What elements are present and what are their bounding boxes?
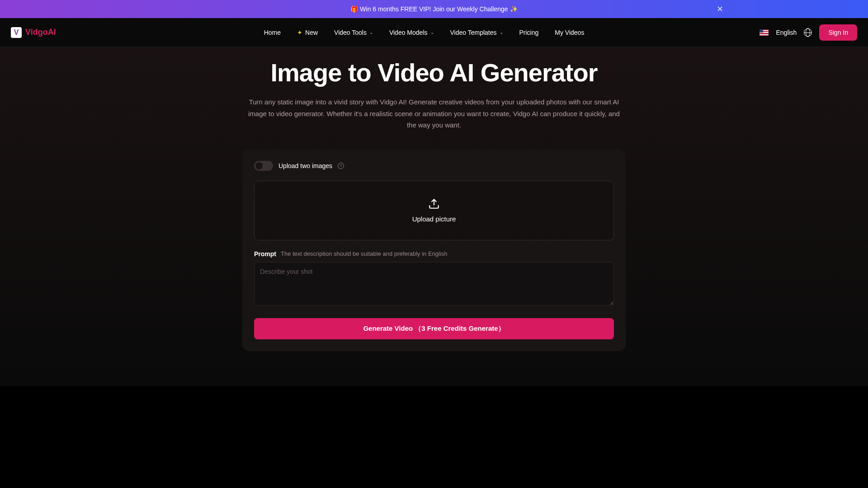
nav-pricing[interactable]: Pricing bbox=[519, 29, 539, 36]
chevron-down-icon: ⌄ bbox=[430, 30, 434, 35]
promo-banner[interactable]: 🎁 Win 6 months FREE VIP! Join our Weekly… bbox=[0, 0, 868, 18]
nav-my-videos[interactable]: My Videos bbox=[555, 29, 584, 36]
toggle-label: Upload two images bbox=[278, 162, 332, 169]
logo[interactable]: V VidgoAI bbox=[11, 27, 56, 38]
help-icon[interactable]: ? bbox=[338, 163, 344, 169]
language-selector[interactable]: English bbox=[776, 29, 797, 36]
globe-icon[interactable] bbox=[804, 28, 812, 37]
generator-card: Upload two images ? Upload picture Promp… bbox=[242, 149, 626, 351]
page-title: Image to Video AI Generator bbox=[0, 58, 868, 87]
header: V VidgoAI Home ✦ New Video Tools ⌄ Video… bbox=[0, 18, 868, 47]
flag-icon bbox=[760, 29, 769, 36]
sparkle-icon: ✦ bbox=[297, 29, 302, 36]
signin-button[interactable]: Sign In bbox=[819, 24, 857, 41]
banner-text: 🎁 Win 6 months FREE VIP! Join our Weekly… bbox=[350, 5, 517, 13]
generate-button[interactable]: Generate Video （3 Free Credits Generate） bbox=[254, 318, 614, 339]
nav-video-models[interactable]: Video Models ⌄ bbox=[389, 29, 434, 36]
chevron-down-icon: ⌄ bbox=[500, 30, 503, 35]
prompt-label: Prompt bbox=[254, 250, 276, 258]
upload-text: Upload picture bbox=[412, 215, 456, 223]
nav-video-tools[interactable]: Video Tools ⌄ bbox=[334, 29, 373, 36]
prompt-label-row: Prompt The text description should be su… bbox=[254, 250, 614, 258]
upload-two-toggle[interactable] bbox=[254, 161, 273, 171]
prompt-input[interactable] bbox=[254, 262, 614, 305]
upload-icon bbox=[428, 198, 440, 210]
main-nav: Home ✦ New Video Tools ⌄ Video Models ⌄ … bbox=[264, 29, 585, 36]
nav-video-templates[interactable]: Video Templates ⌄ bbox=[450, 29, 503, 36]
chevron-down-icon: ⌄ bbox=[369, 30, 373, 35]
footer-space bbox=[0, 386, 868, 488]
nav-home[interactable]: Home bbox=[264, 29, 281, 36]
close-icon[interactable]: ✕ bbox=[717, 4, 723, 14]
prompt-hint: The text description should be suitable … bbox=[281, 250, 448, 257]
logo-text: VidgoAI bbox=[25, 28, 56, 37]
nav-new[interactable]: ✦ New bbox=[297, 29, 318, 36]
page-subtitle: Turn any static image into a vivid story… bbox=[244, 96, 624, 131]
logo-icon: V bbox=[11, 27, 22, 38]
main-content: Image to Video AI Generator Turn any sta… bbox=[0, 47, 868, 386]
toggle-row: Upload two images ? bbox=[254, 161, 614, 171]
upload-zone[interactable]: Upload picture bbox=[254, 181, 614, 240]
header-right: English Sign In bbox=[760, 24, 857, 41]
